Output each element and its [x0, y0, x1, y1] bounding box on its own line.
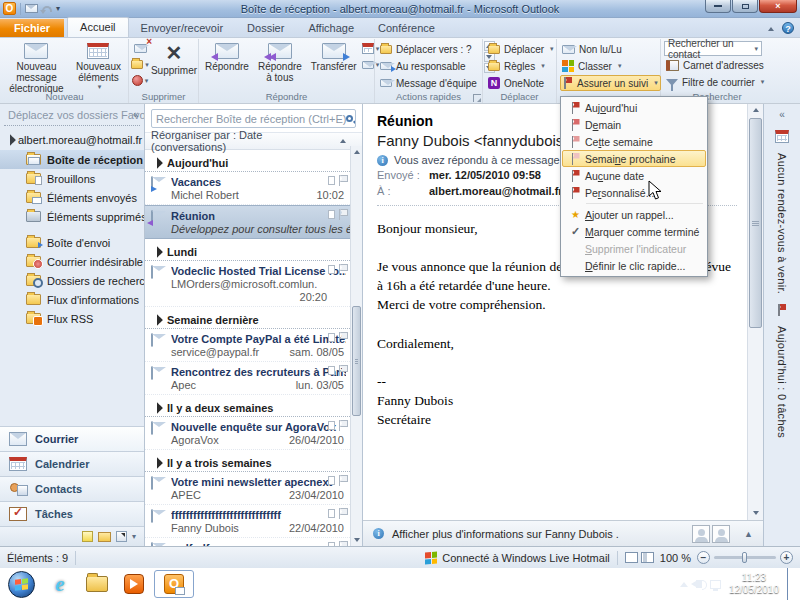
zoom-slider-thumb[interactable]: [742, 552, 747, 563]
group-header-aujourd-hui[interactable]: Aujourd'hui: [145, 150, 350, 172]
reading-pane-scrollbar[interactable]: [747, 104, 763, 520]
windows-explorer-icon[interactable]: [80, 571, 114, 598]
module-button-calendrier[interactable]: Calendrier: [0, 451, 144, 476]
unread-read-button[interactable]: Non lu/Lu: [560, 41, 661, 57]
group-expand-icon[interactable]: [151, 314, 162, 325]
find-contact-input[interactable]: Rechercher un contact▾: [664, 41, 762, 56]
flag-outline-icon[interactable]: [338, 475, 347, 486]
tab-fichier[interactable]: Fichier: [0, 19, 64, 37]
flag-menu-item-semaine-prochaine[interactable]: Semaine prochaine: [562, 150, 706, 167]
block-sender-button[interactable]: [132, 73, 148, 88]
tab-affichage[interactable]: Affichage: [296, 19, 366, 37]
delete-button[interactable]: ✕ Supprimer: [151, 41, 197, 90]
group-expand-icon[interactable]: [151, 402, 162, 413]
group-header-il-y-a-deux-semaines[interactable]: Il y a deux semaines: [145, 395, 350, 417]
folder-item-bo-te-de-r-ception[interactable]: Boîte de réception: [0, 150, 144, 169]
tab-dossier[interactable]: Dossier: [235, 19, 296, 37]
flag-outline-icon[interactable]: [338, 541, 347, 546]
expand-triangle-icon[interactable]: [4, 134, 15, 145]
restore-button[interactable]: [732, 0, 758, 13]
group-expand-icon[interactable]: [151, 157, 162, 168]
ignore-conversation-button[interactable]: [132, 41, 148, 56]
message-row-vacances[interactable]: VacancesMichel Robert10:02: [145, 172, 350, 205]
zoom-slider[interactable]: [714, 556, 776, 559]
flag-menu-item-cette-semaine[interactable]: Cette semaine: [562, 133, 706, 150]
search-input[interactable]: Rechercher Boîte de réception (Ctrl+E): [151, 109, 356, 128]
group-expand-icon[interactable]: [151, 246, 162, 257]
reply-button[interactable]: Répondre: [202, 41, 252, 90]
account-node[interactable]: albert.moreau@hotmail.fr: [0, 129, 144, 150]
new-items-button[interactable]: Nouveaux éléments: [72, 41, 125, 90]
group-expand-icon[interactable]: [151, 457, 162, 468]
folder-item-bo-te-d-envoi[interactable]: Boîte d'envoi: [0, 233, 144, 252]
message-row-ffffffffffffffffffffffffffffff[interactable]: ffffffffffffffffffffffffffffffFanny Dubo…: [145, 505, 350, 538]
message-list-scrollbar[interactable]: [350, 146, 362, 546]
group-header-semaine-derni-re[interactable]: Semaine dernière: [145, 307, 350, 329]
group-header-il-y-a-trois-semaines[interactable]: Il y a trois semaines: [145, 450, 350, 472]
folder-item-l-ments-envoy-s[interactable]: Éléments envoyés: [0, 188, 144, 207]
group-header-lundi[interactable]: Lundi: [145, 239, 350, 261]
scroll-down-icon[interactable]: [748, 507, 763, 519]
folder-list-module-icon[interactable]: [98, 532, 111, 542]
mail-filter-button[interactable]: Filtre de courrier: [664, 74, 766, 90]
scrollbar-thumb[interactable]: [749, 118, 762, 328]
scrollbar-thumb[interactable]: [352, 306, 361, 416]
folder-item-flux-rss[interactable]: Flux RSS: [0, 309, 144, 328]
todo-bar-collapsed[interactable]: « Aucun rendez-vous à venir. Aujourd'hui…: [763, 104, 800, 546]
close-button[interactable]: ×: [759, 0, 797, 13]
reply-all-button[interactable]: Répondre à tous: [255, 41, 305, 90]
flag-outline-icon[interactable]: [338, 264, 347, 275]
categorize-button[interactable]: Classer: [560, 58, 661, 74]
new-email-button[interactable]: Nouveau message électronique: [4, 41, 69, 90]
quick-step-team-email[interactable]: Message d'équipe: [378, 75, 479, 91]
flag-outline-icon[interactable]: [338, 365, 347, 376]
quick-steps-dialog-launcher[interactable]: [473, 94, 481, 102]
shortcuts-module-icon[interactable]: [116, 531, 127, 542]
reading-view-icon[interactable]: [641, 552, 654, 563]
quick-step-move-to[interactable]: Déplacer vers : ?: [378, 41, 479, 57]
avatar[interactable]: [692, 525, 710, 543]
folder-item-courrier-ind-sirable[interactable]: Courrier indésirable: [0, 252, 144, 271]
flag-menu-item-personnalis[interactable]: Personnalisé...: [562, 184, 706, 201]
help-icon[interactable]: ?: [782, 22, 794, 34]
tab-accueil[interactable]: Accueil: [67, 17, 128, 37]
notes-module-icon[interactable]: [82, 531, 93, 542]
people-pane-expand-icon[interactable]: ▲: [744, 529, 753, 539]
tray-expand-icon[interactable]: [680, 582, 688, 587]
rules-button[interactable]: Règles: [486, 58, 556, 74]
scroll-down-icon[interactable]: [351, 534, 362, 546]
tab-envoyer-recevoir[interactable]: Envoyer/recevoir: [129, 19, 236, 37]
flag-menu-item-demain[interactable]: Demain: [562, 116, 706, 133]
outlook-taskbar-button[interactable]: O: [154, 570, 194, 598]
folder-item-brouillons[interactable]: Brouillons: [0, 169, 144, 188]
volume-icon[interactable]: [696, 580, 702, 588]
onenote-button[interactable]: NOneNote: [486, 75, 556, 91]
message-row-grdfgdfg[interactable]: grdfgdfgFanny Dubois22/04/2010: [145, 538, 350, 546]
message-row-r-union[interactable]: RéunionDéveloppez pour consulter tous le…: [145, 205, 350, 239]
zoom-out-button[interactable]: −: [697, 551, 710, 564]
clean-up-button[interactable]: [132, 57, 148, 72]
scroll-up-icon[interactable]: [351, 146, 362, 158]
folder-item-l-ments-supprim-s[interactable]: Éléments supprimés: [0, 207, 144, 226]
flag-outline-icon[interactable]: [338, 508, 347, 519]
start-button[interactable]: [8, 571, 35, 598]
sort-order-icon[interactable]: [340, 139, 346, 143]
module-button-courrier[interactable]: Courrier: [0, 426, 144, 451]
show-desktop-button[interactable]: [787, 568, 796, 600]
zoom-in-button[interactable]: +: [780, 551, 793, 564]
tab-conf-rence[interactable]: Conférence: [366, 19, 447, 37]
avatar[interactable]: [712, 525, 730, 543]
message-row-rencontrez-des-recruteurs-pari[interactable]: Rencontrez des recruteurs à ParisApeclun…: [145, 362, 350, 395]
minimize-ribbon-icon[interactable]: [767, 24, 775, 32]
address-book-button[interactable]: Carnet d'adresses: [664, 57, 766, 73]
message-row-votre-compte-paypal-a-t-limit[interactable]: Votre Compte PayPal a été Limité.service…: [145, 329, 350, 362]
flag-outline-icon[interactable]: [338, 175, 347, 186]
people-pane-bar[interactable]: i Afficher plus d'informations sur Fanny…: [363, 520, 763, 546]
module-button-t-ches[interactable]: Tâches: [0, 501, 144, 526]
flag-menu-item-marquer-comme-termin[interactable]: ✓Marquer comme terminé: [562, 223, 706, 240]
media-player-icon[interactable]: [117, 571, 151, 598]
flag-outline-icon[interactable]: [338, 420, 347, 431]
configure-buttons-icon[interactable]: ▾: [132, 532, 136, 541]
normal-view-icon[interactable]: [625, 552, 638, 563]
move-button[interactable]: Déplacer: [486, 41, 556, 57]
